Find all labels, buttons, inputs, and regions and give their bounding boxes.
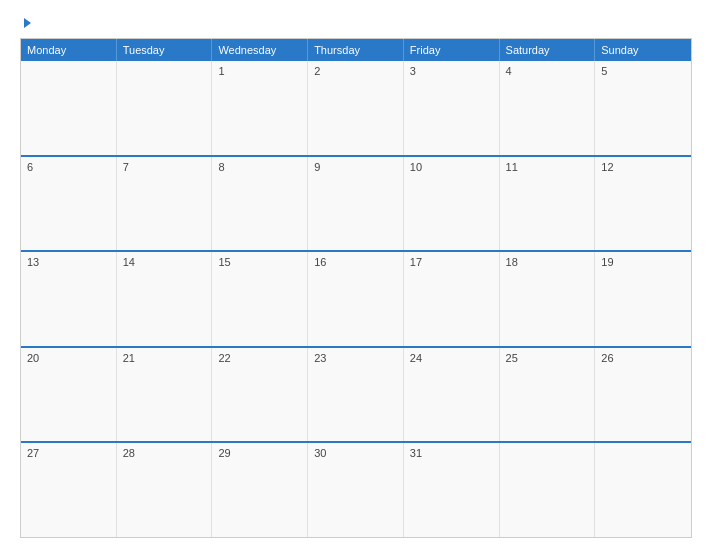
day-number: 10: [410, 161, 422, 173]
calendar-day-12: 12: [595, 157, 691, 251]
calendar-day-4: 4: [500, 61, 596, 155]
calendar-day-29: 29: [212, 443, 308, 537]
calendar: MondayTuesdayWednesdayThursdayFridaySatu…: [20, 38, 692, 538]
calendar-week-5: 2728293031: [21, 443, 691, 537]
day-number: 26: [601, 352, 613, 364]
day-number: 13: [27, 256, 39, 268]
day-number: 30: [314, 447, 326, 459]
logo: [20, 18, 31, 28]
calendar-day-17: 17: [404, 252, 500, 346]
day-header-sunday: Sunday: [595, 39, 691, 61]
day-number: 24: [410, 352, 422, 364]
calendar-day-10: 10: [404, 157, 500, 251]
day-number: 14: [123, 256, 135, 268]
day-number: 31: [410, 447, 422, 459]
day-header-friday: Friday: [404, 39, 500, 61]
calendar-day-9: 9: [308, 157, 404, 251]
calendar-week-4: 20212223242526: [21, 348, 691, 444]
calendar-day-8: 8: [212, 157, 308, 251]
calendar-day-21: 21: [117, 348, 213, 442]
day-number: 1: [218, 65, 224, 77]
calendar-day-empty: [117, 61, 213, 155]
calendar-day-5: 5: [595, 61, 691, 155]
day-number: 7: [123, 161, 129, 173]
day-number: 6: [27, 161, 33, 173]
day-number: 23: [314, 352, 326, 364]
day-number: 28: [123, 447, 135, 459]
day-number: 12: [601, 161, 613, 173]
day-number: 3: [410, 65, 416, 77]
calendar-day-3: 3: [404, 61, 500, 155]
calendar-day-20: 20: [21, 348, 117, 442]
calendar-day-empty: [21, 61, 117, 155]
calendar-week-2: 6789101112: [21, 157, 691, 253]
day-number: 27: [27, 447, 39, 459]
day-number: 16: [314, 256, 326, 268]
day-number: 9: [314, 161, 320, 173]
calendar-day-1: 1: [212, 61, 308, 155]
calendar-day-24: 24: [404, 348, 500, 442]
calendar-day-31: 31: [404, 443, 500, 537]
calendar-week-3: 13141516171819: [21, 252, 691, 348]
calendar-day-19: 19: [595, 252, 691, 346]
logo-blue-text: [20, 18, 31, 28]
calendar-day-26: 26: [595, 348, 691, 442]
calendar-header-row: MondayTuesdayWednesdayThursdayFridaySatu…: [21, 39, 691, 61]
day-header-monday: Monday: [21, 39, 117, 61]
day-header-saturday: Saturday: [500, 39, 596, 61]
calendar-day-empty: [595, 443, 691, 537]
day-number: 5: [601, 65, 607, 77]
header: [20, 18, 692, 28]
day-number: 29: [218, 447, 230, 459]
calendar-day-11: 11: [500, 157, 596, 251]
calendar-day-25: 25: [500, 348, 596, 442]
calendar-day-7: 7: [117, 157, 213, 251]
calendar-day-23: 23: [308, 348, 404, 442]
day-number: 20: [27, 352, 39, 364]
calendar-day-6: 6: [21, 157, 117, 251]
day-header-wednesday: Wednesday: [212, 39, 308, 61]
page: MondayTuesdayWednesdayThursdayFridaySatu…: [0, 0, 712, 550]
day-number: 4: [506, 65, 512, 77]
day-number: 2: [314, 65, 320, 77]
day-number: 21: [123, 352, 135, 364]
calendar-day-13: 13: [21, 252, 117, 346]
calendar-day-30: 30: [308, 443, 404, 537]
calendar-day-16: 16: [308, 252, 404, 346]
day-number: 8: [218, 161, 224, 173]
calendar-week-1: 12345: [21, 61, 691, 157]
day-number: 22: [218, 352, 230, 364]
calendar-day-2: 2: [308, 61, 404, 155]
calendar-day-22: 22: [212, 348, 308, 442]
day-header-thursday: Thursday: [308, 39, 404, 61]
calendar-day-15: 15: [212, 252, 308, 346]
day-number: 17: [410, 256, 422, 268]
calendar-day-27: 27: [21, 443, 117, 537]
calendar-body: 1234567891011121314151617181920212223242…: [21, 61, 691, 537]
calendar-day-empty: [500, 443, 596, 537]
logo-triangle-icon: [24, 18, 31, 28]
day-number: 19: [601, 256, 613, 268]
day-number: 15: [218, 256, 230, 268]
calendar-day-14: 14: [117, 252, 213, 346]
day-header-tuesday: Tuesday: [117, 39, 213, 61]
day-number: 18: [506, 256, 518, 268]
calendar-day-18: 18: [500, 252, 596, 346]
calendar-day-28: 28: [117, 443, 213, 537]
day-number: 11: [506, 161, 518, 173]
day-number: 25: [506, 352, 518, 364]
